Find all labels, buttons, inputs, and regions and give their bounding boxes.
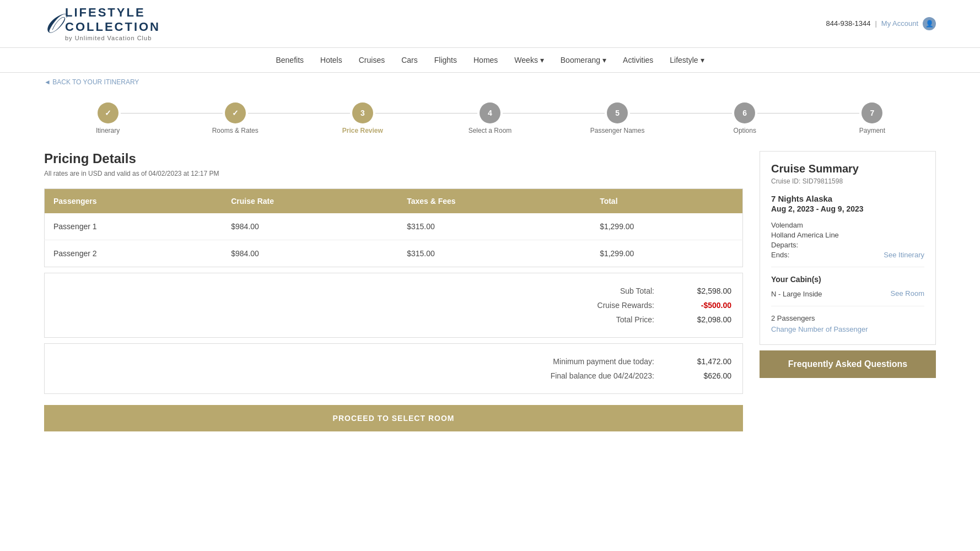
step-circle-5: 5 <box>607 102 628 123</box>
step-options: 6 Options <box>681 102 809 134</box>
change-passengers-link[interactable]: Change Number of Passenger <box>771 325 868 333</box>
col-taxes-fees: Taxes & Fees <box>398 188 591 213</box>
right-panel: Cruise Summary Cruise ID: SID79811598 7 … <box>760 151 936 431</box>
passenger-2-taxes: $315.00 <box>398 240 591 267</box>
faq-button[interactable]: Frequently Asked Questions <box>760 350 936 378</box>
nav-boomerang[interactable]: Boomerang ▾ <box>561 56 606 64</box>
brand-sub: by Unlimited Vacation Club <box>65 35 160 42</box>
col-passengers: Passengers <box>45 188 223 213</box>
cruise-id: Cruise ID: SID79811598 <box>771 177 924 185</box>
cruise-ends: Ends: See Itinerary <box>771 251 924 259</box>
cruise-summary-title: Cruise Summary <box>771 163 924 175</box>
passengers-count: 2 Passengers <box>771 314 924 322</box>
totals-box: Sub Total: $2,598.00 Cruise Rewards: -$5… <box>44 273 743 338</box>
cruise-dates: Aug 2, 2023 - Aug 9, 2023 <box>771 204 924 213</box>
total-price-row: Total Price: $2,098.00 <box>56 315 731 324</box>
rewards-value: -$500.00 <box>676 301 731 310</box>
sub-total-row: Sub Total: $2,598.00 <box>56 287 731 295</box>
rewards-row: Cruise Rewards: -$500.00 <box>56 301 731 310</box>
min-payment-row: Minimum payment due today: $1,472.00 <box>56 357 731 366</box>
see-room-link[interactable]: See Room <box>891 289 924 298</box>
main-nav: Benefits Hotels Cruises Cars Flights Hom… <box>0 48 980 73</box>
step-circle-2: ✓ <box>225 102 246 123</box>
passenger-1-name: Passenger 1 <box>45 213 223 240</box>
passenger-1-rate: $984.00 <box>222 213 398 240</box>
breadcrumb[interactable]: ◄ BACK TO YOUR ITINERARY <box>0 73 980 91</box>
nav-homes[interactable]: Homes <box>473 56 498 64</box>
logo-icon: 𝒪 <box>44 10 60 37</box>
phone-number: 844-938-1344 <box>826 19 870 28</box>
step-select-room: 4 Select a Room <box>426 102 553 134</box>
table-row: Passenger 2 $984.00 $315.00 $1,299.00 <box>45 240 743 267</box>
step-itinerary: ✓ Itinerary <box>44 102 171 134</box>
payment-box: Minimum payment due today: $1,472.00 Fin… <box>44 343 743 394</box>
cruise-nights: 7 Nights Alaska <box>771 194 924 203</box>
final-balance-row: Final balance due 04/24/2023: $626.00 <box>56 371 731 380</box>
step-rooms-rates: ✓ Rooms & Rates <box>171 102 299 134</box>
step-circle-1: ✓ <box>98 102 119 123</box>
min-payment-value: $1,472.00 <box>676 357 731 366</box>
nav-hotels[interactable]: Hotels <box>320 56 342 64</box>
header-right: 844-938-1344 | My Account 👤 <box>826 17 936 30</box>
step-label-1: Itinerary <box>96 127 120 134</box>
header: 𝒪 LIFESTYLECOLLECTION by Unlimited Vacat… <box>0 0 980 48</box>
sub-total-value: $2,598.00 <box>676 287 731 295</box>
nav-weeks[interactable]: Weeks ▾ <box>514 56 543 64</box>
col-cruise-rate: Cruise Rate <box>222 188 398 213</box>
my-account-link[interactable]: My Account <box>881 19 918 28</box>
passenger-2-rate: $984.00 <box>222 240 398 267</box>
separator: | <box>875 19 876 28</box>
see-itinerary-link[interactable]: See Itinerary <box>884 251 924 259</box>
step-circle-3: 3 <box>352 102 373 123</box>
step-circle-7: 7 <box>861 102 882 123</box>
nav-cars[interactable]: Cars <box>401 56 418 64</box>
cruise-line: Holland America Line <box>771 231 924 239</box>
step-label-2: Rooms & Rates <box>212 127 259 134</box>
logo-text: LIFESTYLECOLLECTION by Unlimited Vacatio… <box>65 6 160 42</box>
cruise-departs: Departs: <box>771 241 924 249</box>
total-price-value: $2,098.00 <box>676 315 731 324</box>
cabin-row: N - Large Inside See Room <box>771 289 924 298</box>
brand-name: LIFESTYLECOLLECTION <box>65 6 160 35</box>
pricing-table: Passengers Cruise Rate Taxes & Fees Tota… <box>44 188 743 267</box>
col-total: Total <box>591 188 742 213</box>
breadcrumb-text: ◄ BACK TO YOUR ITINERARY <box>44 78 139 86</box>
cruise-ship: Volendam <box>771 221 924 229</box>
cabin-name: N - Large Inside <box>771 290 822 298</box>
left-panel: Pricing Details All rates are in USD and… <box>44 151 743 431</box>
passenger-1-total: $1,299.00 <box>591 213 742 240</box>
passenger-1-taxes: $315.00 <box>398 213 591 240</box>
step-label-6: Options <box>734 127 756 134</box>
step-label-4: Select a Room <box>469 127 512 134</box>
section-divider-2 <box>771 306 924 306</box>
nav-cruises[interactable]: Cruises <box>359 56 385 64</box>
step-circle-6: 6 <box>734 102 755 123</box>
final-balance-label: Final balance due 04/24/2023: <box>551 371 654 380</box>
final-balance-value: $626.00 <box>676 371 731 380</box>
rewards-label: Cruise Rewards: <box>597 301 654 310</box>
passenger-2-total: $1,299.00 <box>591 240 742 267</box>
logo-area: 𝒪 LIFESTYLECOLLECTION by Unlimited Vacat… <box>44 6 160 42</box>
user-icon[interactable]: 👤 <box>923 17 936 30</box>
step-payment: 7 Payment <box>809 102 936 134</box>
step-passenger-names: 5 Passenger Names <box>554 102 681 134</box>
min-payment-label: Minimum payment due today: <box>553 357 654 366</box>
passenger-2-name: Passenger 2 <box>45 240 223 267</box>
step-price-review: 3 Price Review <box>299 102 426 134</box>
total-price-label: Total Price: <box>616 315 654 324</box>
pricing-subtitle: All rates are in USD and valid as of 04/… <box>44 170 743 177</box>
table-row: Passenger 1 $984.00 $315.00 $1,299.00 <box>45 213 743 240</box>
nav-flights[interactable]: Flights <box>434 56 457 64</box>
cabin-title: Your Cabin(s) <box>771 275 924 284</box>
pricing-title: Pricing Details <box>44 151 743 166</box>
sub-total-label: Sub Total: <box>620 287 654 295</box>
nav-benefits[interactable]: Benefits <box>276 56 304 64</box>
step-label-5: Passenger Names <box>590 127 645 134</box>
proceed-button[interactable]: PROCEED TO SELECT ROOM <box>44 405 743 431</box>
steps-container: ✓ Itinerary ✓ Rooms & Rates 3 Price Revi… <box>0 91 980 145</box>
step-label-3: Price Review <box>342 127 383 134</box>
table-header-row: Passengers Cruise Rate Taxes & Fees Tota… <box>45 188 743 213</box>
nav-lifestyle[interactable]: Lifestyle ▾ <box>670 56 704 64</box>
nav-activities[interactable]: Activities <box>623 56 653 64</box>
main-content: Pricing Details All rates are in USD and… <box>0 145 980 448</box>
